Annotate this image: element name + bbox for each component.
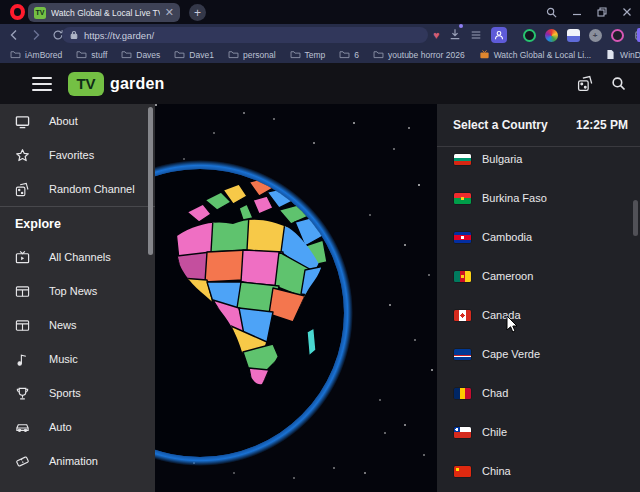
country-flag-icon (454, 271, 471, 282)
bookmark-label: Dave1 (189, 50, 214, 60)
sidebar-item-label: Random Channel (49, 183, 135, 195)
sidebar-item-icon (15, 182, 30, 197)
sidebar-item-label: About (49, 115, 78, 127)
heart-icon[interactable]: ♥ (433, 30, 440, 41)
bookmark-item[interactable]: 6 (339, 49, 359, 60)
bookmark-icon (10, 49, 21, 60)
country-flag-icon (454, 388, 471, 399)
bookmark-icon (174, 49, 185, 60)
sidebar-item-icon (15, 148, 30, 163)
app-header: TV garden (0, 63, 640, 104)
extension-ring-icon[interactable] (611, 29, 624, 42)
address-bar[interactable]: https://tv.garden/ (62, 27, 428, 43)
country-name: Cambodia (482, 231, 532, 244)
sidebar-item-news[interactable]: News (0, 308, 155, 342)
window-controls (546, 0, 632, 24)
country-list: Bulgaria Burkina Faso Cambodia Cameroon … (437, 147, 640, 492)
bookmark-icon (605, 49, 616, 60)
sidebar-item-animation[interactable]: Animation (0, 444, 155, 478)
country-item-cameroon[interactable]: Cameroon (437, 268, 640, 307)
sidebar-item-auto[interactable]: Auto (0, 410, 155, 444)
bookmark-item[interactable]: Watch Global & Local Li... (479, 49, 591, 60)
tv-garden-logo[interactable]: TV garden (68, 72, 165, 96)
search-icon[interactable] (611, 76, 626, 91)
opera-logo-icon[interactable] (10, 4, 25, 20)
sidebar-item-music[interactable]: Music (0, 342, 155, 376)
random-dice-icon[interactable] (577, 75, 594, 92)
logo-garden-text: garden (110, 75, 165, 93)
sidebar-item-random-channel[interactable]: Random Channel (0, 172, 155, 206)
sidebar-item-icon (15, 250, 30, 265)
bookmark-icon (339, 49, 350, 60)
country-item-cambodia[interactable]: Cambodia (437, 229, 640, 268)
sidebar-main-group: About Favorites Random Channel (0, 104, 155, 206)
bookmark-icon (290, 49, 301, 60)
bookmark-item[interactable]: WinDV (605, 49, 640, 60)
bookmark-label: stuff (91, 50, 107, 60)
bookmark-item[interactable]: personal (228, 49, 276, 60)
bookmark-item[interactable]: Dave1 (174, 49, 214, 60)
back-button[interactable] (8, 24, 20, 46)
extension-grammarly-icon[interactable] (523, 29, 536, 42)
bookmark-icon (373, 49, 384, 60)
sidebar-item-about[interactable]: About (0, 104, 155, 138)
country-item-bulgaria[interactable]: Bulgaria (437, 151, 640, 190)
bookmark-item[interactable]: youtube horror 2026 (373, 49, 465, 60)
country-item-chad[interactable]: Chad (437, 385, 640, 424)
sidebar-item-icon (15, 284, 30, 299)
bookmark-item[interactable]: stuff (76, 49, 107, 60)
sidebar-item-favorites[interactable]: Favorites (0, 138, 155, 172)
country-name: Burkina Faso (482, 192, 547, 205)
bookmark-label: Daves (136, 50, 160, 60)
country-flag-icon (454, 232, 471, 243)
local-time: 12:25 PM (576, 118, 628, 132)
url-text: https://tv.garden/ (84, 30, 154, 41)
sidebar-item-label: Auto (49, 421, 72, 433)
sidebar-scrollbar[interactable] (148, 107, 153, 255)
bookmark-item[interactable]: Temp (290, 49, 326, 60)
logo-tv-badge: TV (68, 72, 104, 96)
explore-section-label: Explore (0, 207, 155, 240)
bookmark-label: youtube horror 2026 (388, 50, 465, 60)
reading-list-icon[interactable] (470, 29, 482, 41)
bookmark-item[interactable]: Daves (121, 49, 160, 60)
sidebar-item-icon (15, 420, 30, 435)
hamburger-menu-icon[interactable] (32, 77, 52, 91)
country-flag-icon (454, 349, 471, 360)
sidebar-item-top-news[interactable]: Top News (0, 274, 155, 308)
forward-button[interactable] (30, 24, 42, 46)
app-header-icons (577, 75, 626, 92)
globe-viewport[interactable] (155, 104, 437, 492)
country-list-scrollbar[interactable] (633, 200, 638, 236)
sidebar-item-icon (15, 386, 30, 401)
downloads-button[interactable] (449, 26, 461, 44)
new-tab-button[interactable]: + (189, 4, 206, 21)
tab-close-icon[interactable]: ✕ (165, 7, 174, 18)
extension-grey-icon[interactable]: + (589, 29, 602, 42)
bookmark-item[interactable]: iAmBored (10, 49, 62, 60)
earth-globe[interactable] (155, 104, 437, 492)
browser-window: TV Watch Global & Local Live TV ✕ + http… (0, 0, 640, 492)
close-icon[interactable] (622, 7, 632, 17)
profile-button[interactable] (491, 27, 507, 43)
sidebar-item-sports[interactable]: Sports (0, 376, 155, 410)
tv-garden-favicon-icon: TV (34, 7, 46, 19)
browser-tab-bar: TV Watch Global & Local Live TV ✕ + (0, 0, 640, 24)
country-item-cape-verde[interactable]: Cape Verde (437, 346, 640, 385)
extension-card-icon[interactable] (567, 29, 580, 42)
minimize-icon[interactable] (572, 7, 582, 17)
sidebar-item-label: Favorites (49, 149, 94, 161)
active-tab[interactable]: TV Watch Global & Local Live TV ✕ (28, 3, 180, 22)
country-item-china[interactable]: China (437, 463, 640, 492)
country-flag-icon (454, 154, 471, 165)
extensions-row: + (523, 29, 640, 42)
country-item-chile[interactable]: Chile (437, 424, 640, 463)
sidebar-item-label: Sports (49, 387, 81, 399)
extension-colorwheel-icon[interactable] (545, 29, 558, 42)
sidebar-item-all-channels[interactable]: All Channels (0, 240, 155, 274)
restore-icon[interactable] (597, 7, 607, 17)
tab-search-icon[interactable] (546, 7, 557, 18)
country-item-burkina-faso[interactable]: Burkina Faso (437, 190, 640, 229)
country-item-canada[interactable]: Canada (437, 307, 640, 346)
country-name: Chile (482, 426, 507, 439)
